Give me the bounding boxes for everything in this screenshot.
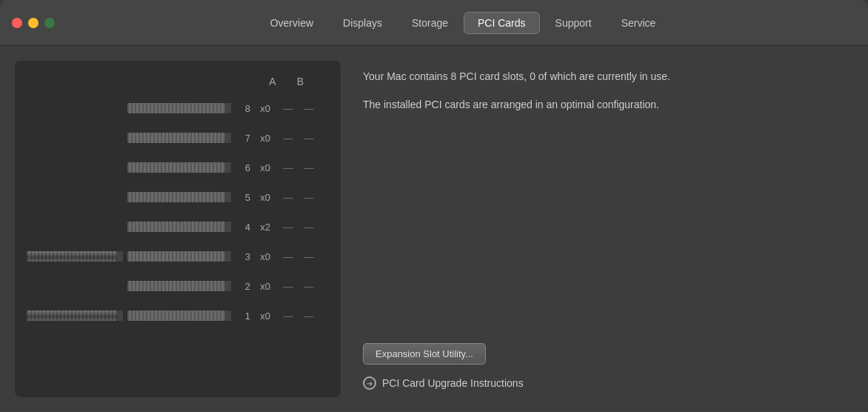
slot-8-right [127, 101, 231, 116]
tab-support[interactable]: Support [541, 12, 606, 34]
slot-1-indicator-b: — [301, 310, 317, 322]
slot-4-bandwidth: x2 [255, 222, 276, 233]
slot-3-bandwidth: x0 [255, 251, 276, 262]
slot-row-3: 3 x0 — — [27, 242, 326, 271]
slot-4-indicator-b: — [301, 222, 317, 233]
pci-panel: A B 8 x0 — — [15, 61, 341, 397]
slot-2-indicator-b: — [301, 281, 317, 292]
slot-7-left [27, 130, 123, 145]
tab-storage[interactable]: Storage [398, 12, 462, 34]
slot-5-right [127, 190, 231, 205]
slot-8-number: 8 [236, 103, 250, 114]
slot-6-number: 6 [236, 162, 250, 173]
info-text: Your Mac contains 8 PCI card slots, 0 of… [363, 68, 853, 125]
tab-pci-cards[interactable]: PCI Cards [464, 12, 540, 34]
slot-8-left [27, 101, 123, 116]
slot-2-number: 2 [236, 281, 250, 292]
slot-7-bandwidth: x0 [255, 133, 276, 144]
slot-6-bandwidth: x0 [255, 162, 276, 173]
slot-7-right [127, 130, 231, 145]
slot-3-right [127, 249, 231, 264]
slot-5-left [27, 190, 123, 205]
slot-5-bandwidth: x0 [255, 192, 276, 203]
tab-displays[interactable]: Displays [329, 12, 396, 34]
slot-2-right [127, 279, 231, 293]
slot-2-left [27, 279, 123, 293]
col-headers: A B [27, 76, 326, 87]
expansion-slot-utility-button[interactable]: Expansion Slot Utility... [363, 343, 486, 365]
slot-row-4: 4 x2 — — [27, 212, 326, 242]
slot-8-bandwidth: x0 [255, 103, 276, 114]
col-a-header: A [269, 76, 276, 87]
slot-1-bandwidth: x0 [255, 310, 276, 322]
slot-row-5: 5 x0 — — [27, 182, 326, 212]
slot-8-indicator-b: — [301, 103, 317, 114]
info-paragraph-2: The installed PCI cards are arranged in … [363, 96, 853, 113]
slot-5-indicator-b: — [301, 192, 317, 203]
arrow-circle-icon: ➔ [363, 376, 376, 390]
slot-2-indicator-a: — [280, 281, 296, 292]
slot-3-left [27, 249, 123, 264]
slot-5-number: 5 [236, 192, 250, 203]
slot-7-number: 7 [236, 133, 250, 144]
slot-6-indicator-a: — [280, 162, 296, 173]
slot-1-number: 1 [236, 310, 250, 322]
slot-1-right [127, 308, 231, 323]
slot-row-8: 8 x0 — — [27, 93, 326, 123]
slot-6-indicator-b: — [301, 162, 317, 173]
slot-row-7: 7 x0 — — [27, 123, 326, 153]
slot-row-1: 1 x0 — — [27, 301, 326, 330]
tab-bar: Overview Displays Storage PCI Cards Supp… [70, 12, 856, 34]
slot-4-indicator-a: — [280, 222, 296, 233]
slot-3-number: 3 [236, 251, 250, 262]
tab-overview[interactable]: Overview [256, 12, 327, 34]
slot-7-indicator-a: — [280, 133, 296, 144]
slot-1-indicator-a: — [280, 310, 296, 322]
slot-4-left [27, 219, 123, 234]
slot-4-right [127, 219, 231, 234]
slot-row-2: 2 x0 — — [27, 271, 326, 301]
tab-service[interactable]: Service [607, 12, 670, 34]
slot-6-right [127, 160, 231, 175]
slot-7-indicator-b: — [301, 133, 317, 144]
slot-3-indicator-a: — [280, 251, 296, 262]
slot-3-indicator-b: — [301, 251, 317, 262]
minimize-button[interactable] [28, 18, 39, 28]
slot-5-indicator-a: — [280, 192, 296, 203]
maximize-button[interactable] [44, 18, 55, 28]
traffic-lights [12, 18, 55, 28]
upgrade-instructions-label: PCI Card Upgrade Instructions [382, 377, 524, 389]
slot-row-6: 6 x0 — — [27, 153, 326, 182]
pci-upgrade-link[interactable]: ➔ PCI Card Upgrade Instructions [363, 376, 853, 390]
main-content: A B 8 x0 — — [0, 46, 868, 412]
info-panel: Your Mac contains 8 PCI card slots, 0 of… [363, 61, 853, 397]
slot-4-number: 4 [236, 222, 250, 233]
info-paragraph-1: Your Mac contains 8 PCI card slots, 0 of… [363, 68, 853, 84]
titlebar: Overview Displays Storage PCI Cards Supp… [0, 0, 868, 46]
slot-6-left [27, 160, 123, 175]
col-b-header: B [297, 76, 304, 87]
slot-8-indicator-a: — [280, 103, 296, 114]
main-window: Overview Displays Storage PCI Cards Supp… [0, 0, 868, 412]
close-button[interactable] [12, 18, 22, 28]
slot-1-left [27, 308, 123, 323]
slot-2-bandwidth: x0 [255, 281, 276, 292]
